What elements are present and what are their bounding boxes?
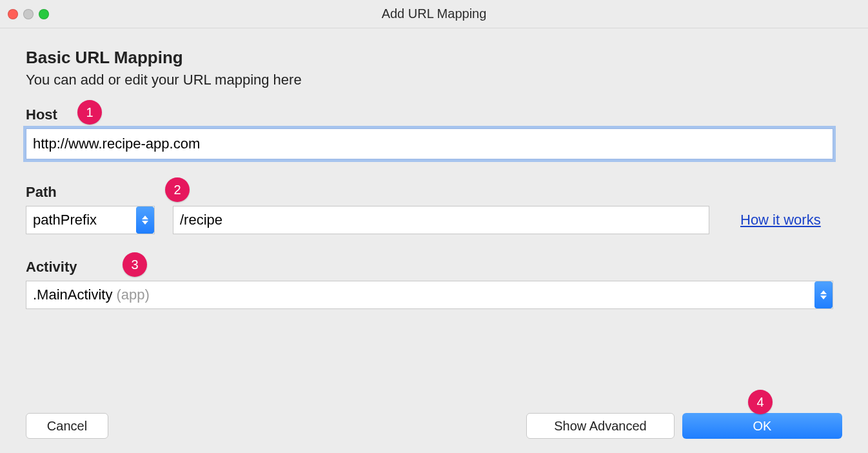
path-row: Path 2 pathPrefix How it works — [26, 184, 842, 234]
dialog-content: Basic URL Mapping You can add or edit yo… — [0, 28, 868, 322]
path-type-selected: pathPrefix — [33, 212, 97, 228]
path-type-select[interactable]: pathPrefix — [26, 206, 155, 234]
how-it-works-link[interactable]: How it works — [740, 212, 821, 228]
chevron-up-down-icon — [814, 281, 833, 308]
section-heading: Basic URL Mapping — [26, 48, 842, 68]
activity-row: Activity 3 .MainActivity (app) — [26, 259, 842, 309]
activity-select[interactable]: .MainActivity (app) — [26, 281, 833, 309]
close-icon[interactable] — [8, 9, 18, 19]
ok-button[interactable]: OK — [682, 413, 842, 439]
path-label: Path — [26, 184, 842, 201]
callout-badge-4: 4 — [748, 390, 773, 414]
window-title: Add URL Mapping — [0, 6, 868, 21]
callout-badge-3: 3 — [123, 252, 147, 277]
activity-selected-primary: .MainActivity — [33, 287, 112, 303]
section-subtitle: You can add or edit your URL mapping her… — [26, 72, 842, 88]
host-input[interactable] — [26, 128, 833, 159]
activity-label: Activity — [26, 259, 842, 276]
path-input[interactable] — [173, 206, 709, 234]
chevron-up-down-icon — [136, 206, 154, 234]
button-bar: Cancel Show Advanced 4 OK — [26, 413, 842, 439]
callout-badge-1: 1 — [77, 100, 102, 125]
window-controls — [8, 9, 49, 19]
minimize-icon — [23, 9, 34, 19]
show-advanced-button[interactable]: Show Advanced — [526, 413, 675, 439]
titlebar: Add URL Mapping — [0, 0, 868, 28]
host-label: Host — [26, 106, 842, 123]
maximize-icon[interactable] — [39, 9, 49, 19]
host-row: Host 1 — [26, 106, 842, 159]
cancel-button[interactable]: Cancel — [26, 413, 108, 439]
activity-selected-secondary: (app) — [116, 287, 149, 303]
callout-badge-2: 2 — [165, 177, 190, 202]
